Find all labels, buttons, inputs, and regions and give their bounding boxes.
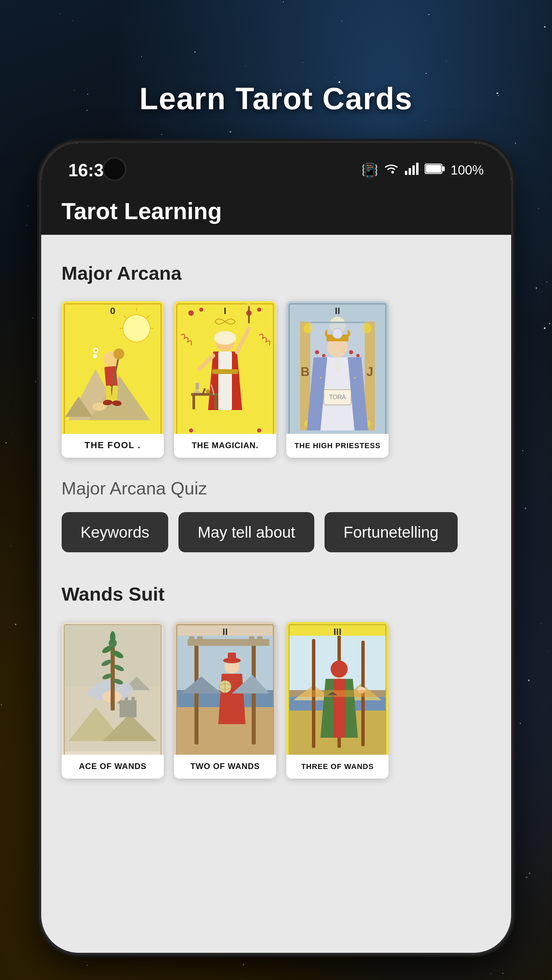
svg-point-40: [257, 308, 261, 312]
svg-point-59: [257, 428, 261, 433]
svg-rect-160: [289, 690, 386, 697]
svg-rect-45: [212, 369, 238, 374]
major-arcana-section: Major Arcana 0: [41, 252, 511, 471]
quiz-section-header: Major Arcana Quiz: [62, 478, 491, 498]
svg-rect-101: [131, 697, 135, 704]
app-header-title: Tarot Learning: [62, 198, 222, 224]
status-icons: 📳: [361, 162, 483, 179]
fortunetelling-button[interactable]: Fortunetelling: [324, 512, 458, 552]
svg-text:0: 0: [110, 305, 115, 316]
svg-rect-52: [214, 396, 217, 409]
svg-rect-3: [416, 163, 418, 175]
svg-rect-139: [197, 636, 203, 641]
svg-text:THE MAGICIAN.: THE MAGICIAN.: [192, 441, 258, 450]
may-tell-button[interactable]: May tell about: [179, 512, 314, 552]
wands-cards-row: ACE OF WANDS II: [41, 615, 511, 792]
phone-frame: 16:31 📳: [41, 143, 511, 953]
svg-point-38: [199, 308, 203, 312]
svg-rect-6: [442, 166, 445, 171]
keywords-button[interactable]: Keywords: [62, 512, 169, 552]
svg-text:THE HIGH PRIESTESS: THE HIGH PRIESTESS: [294, 441, 380, 450]
quiz-buttons-row: Keywords May tell about Fortunetelling: [62, 512, 491, 552]
svg-text:II: II: [335, 305, 340, 316]
svg-rect-5: [426, 165, 441, 172]
svg-point-86: [322, 354, 325, 357]
svg-rect-2: [412, 165, 415, 175]
battery-icon: [424, 163, 445, 178]
svg-text:II: II: [222, 627, 228, 637]
svg-rect-54: [195, 383, 199, 390]
svg-rect-1: [408, 168, 411, 175]
svg-text:THREE OF WANDS: THREE OF WANDS: [301, 762, 373, 771]
vibrate-icon: 📳: [361, 162, 378, 178]
svg-point-85: [315, 350, 319, 354]
svg-point-10: [123, 315, 150, 342]
svg-point-26: [93, 354, 97, 358]
svg-point-116: [110, 631, 115, 643]
magician-card[interactable]: I: [174, 301, 276, 458]
svg-rect-51: [192, 396, 195, 409]
three-wands-card[interactable]: III: [286, 622, 389, 778]
svg-point-37: [188, 310, 194, 316]
battery-percent: 100%: [450, 163, 483, 178]
svg-text:ACE OF WANDS: ACE OF WANDS: [79, 762, 147, 771]
camera-hole: [102, 157, 126, 181]
svg-point-42: [214, 331, 236, 345]
major-arcana-header: Major Arcana: [41, 252, 511, 294]
signal-icon: [404, 162, 419, 179]
svg-point-156: [331, 660, 348, 678]
content-area[interactable]: Major Arcana 0: [41, 235, 511, 953]
svg-text:THE FOOL .: THE FOOL .: [85, 440, 140, 450]
svg-rect-44: [218, 352, 232, 410]
ace-wands-card[interactable]: ACE OF WANDS: [62, 622, 164, 778]
svg-text:TWO OF WANDS: TWO OF WANDS: [190, 762, 260, 771]
svg-rect-82: [333, 363, 341, 367]
phone-screen: 16:31 📳: [41, 143, 511, 953]
svg-text:B: B: [301, 365, 310, 379]
svg-rect-141: [257, 636, 263, 641]
wifi-icon: [384, 162, 399, 179]
app-header: Tarot Learning: [41, 187, 511, 235]
svg-text:I: I: [224, 305, 227, 316]
svg-point-21: [113, 348, 124, 360]
svg-rect-75: [311, 321, 365, 323]
app-title: Learn Tarot Cards: [139, 81, 413, 116]
svg-point-87: [349, 350, 353, 354]
svg-rect-138: [189, 636, 195, 641]
svg-rect-140: [249, 636, 254, 641]
svg-point-58: [189, 428, 193, 433]
svg-text:TORA: TORA: [329, 394, 346, 401]
major-arcana-cards-row: 0: [41, 294, 511, 471]
wands-suit-section: Wands Suit: [41, 573, 511, 792]
two-wands-card[interactable]: II: [174, 622, 276, 778]
fool-card[interactable]: 0: [62, 301, 164, 458]
svg-rect-162: [332, 692, 333, 698]
quiz-section: Major Arcana Quiz Keywords May tell abou…: [41, 471, 511, 559]
wands-suit-header: Wands Suit: [41, 573, 511, 615]
svg-rect-0: [405, 171, 407, 175]
status-bar: 16:31 📳: [41, 143, 511, 187]
svg-point-88: [356, 354, 360, 357]
svg-text:J: J: [366, 365, 373, 379]
svg-point-48: [247, 303, 250, 306]
svg-text:✦: ✦: [319, 375, 323, 380]
svg-rect-158: [333, 679, 345, 738]
svg-text:✦: ✦: [353, 375, 357, 380]
svg-rect-130: [228, 653, 236, 662]
svg-point-78: [332, 328, 343, 339]
high-priestess-card[interactable]: II B J: [286, 301, 389, 458]
svg-text:III: III: [333, 627, 341, 637]
svg-point-23: [94, 349, 97, 352]
